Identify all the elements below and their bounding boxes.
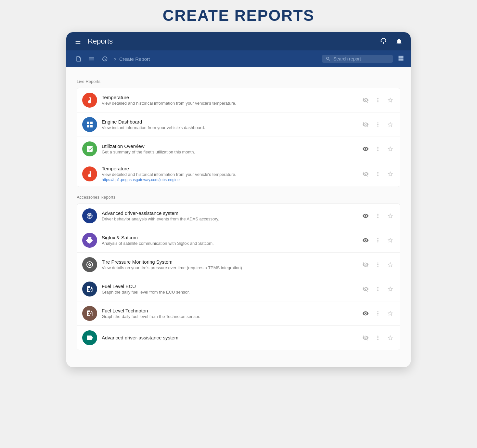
report-item: Fuel Level Technoton Graph the daily fue… [77,301,400,326]
visibility-toggle[interactable] [361,284,370,294]
report-info: Engine Dashboard View instant informatio… [102,119,356,130]
list-view-button[interactable] [86,54,97,64]
content-area: Live Reports Temperature View detailed a… [66,67,411,367]
app-container: ☰ Reports [66,32,411,367]
star-button[interactable] [386,120,395,129]
report-info: Tire Pressure Monitoring System View det… [102,259,356,270]
visibility-toggle[interactable] [361,211,370,220]
toolbar: > Create Report [66,50,411,67]
report-icon [82,233,97,248]
star-button[interactable] [386,169,395,178]
accessories-reports-label: Accessories Reports [77,195,400,200]
nav-title: Reports [88,37,378,46]
report-item: Advanced driver-assistance system Driver… [77,204,400,228]
star-button[interactable] [386,309,395,318]
report-item: Temperature View detailed and historical… [77,88,400,112]
breadcrumb-current: Create Report [119,56,150,62]
report-actions [361,144,395,153]
report-desc: Analysis of satellite communication with… [102,241,356,246]
more-options-button[interactable] [373,236,382,245]
report-info: Temperature View detailed and historical… [102,166,356,182]
visibility-toggle[interactable] [361,96,370,105]
report-icon [82,282,97,296]
report-item: Engine Dashboard View instant informatio… [77,112,400,137]
visibility-toggle[interactable] [361,120,370,129]
report-desc: View details on your tire's pressure ove… [102,265,356,270]
report-item: Temperature View detailed and historical… [77,161,400,187]
headset-button[interactable] [378,36,389,46]
report-desc: Driver behavior analysis with events fro… [102,217,356,221]
headset-icon [380,38,387,45]
grid-view-button[interactable] [398,55,404,63]
report-name: Utilization Overview [102,143,356,149]
history-icon [101,56,108,62]
hamburger-button[interactable]: ☰ [73,36,83,46]
search-input[interactable] [333,56,385,61]
report-icon [82,166,97,181]
breadcrumb-prefix: > [114,56,117,62]
report-info: Advanced driver-assistance system [102,335,356,341]
report-name: Tire Pressure Monitoring System [102,259,356,265]
report-name: Engine Dashboard [102,119,356,125]
report-actions [361,333,395,342]
more-options-button[interactable] [373,144,382,153]
report-desc: Graph the daily fuel level from the ECU … [102,290,356,295]
report-link: https://qa1.pegasusgateway.com/jobs-engi… [102,178,356,182]
report-name: Fuel Level Technoton [102,308,356,313]
grid-icon [398,55,404,61]
report-actions [361,120,395,129]
report-item: Sigfox & Satcom Analysis of satellite co… [77,228,400,253]
visibility-toggle[interactable] [361,333,370,342]
more-options-button[interactable] [373,284,382,294]
report-actions [361,169,395,178]
history-button[interactable] [99,54,110,64]
report-name: Sigfox & Satcom [102,235,356,240]
report-item: Advanced driver-assistance system [77,326,400,350]
star-button[interactable] [386,96,395,105]
more-options-button[interactable] [373,309,382,318]
report-actions [361,236,395,245]
report-name: Fuel Level ECU [102,283,356,289]
visibility-toggle[interactable] [361,144,370,153]
more-options-button[interactable] [373,120,382,129]
more-options-button[interactable] [373,211,382,220]
report-icon [82,141,97,156]
search-icon [326,56,331,61]
report-name: Advanced driver-assistance system [102,335,356,340]
visibility-toggle[interactable] [361,309,370,318]
more-options-button[interactable] [373,169,382,178]
bell-icon [395,38,403,45]
report-item: Tire Pressure Monitoring System View det… [77,253,400,277]
report-desc: View instant information from your vehic… [102,125,356,130]
star-button[interactable] [386,333,395,342]
report-actions [361,284,395,294]
report-icon [82,117,97,132]
visibility-toggle[interactable] [361,169,370,178]
report-desc: Graph the daily fuel level from the Tech… [102,314,356,319]
report-icon [82,93,97,108]
page-wrapper: CREATE REPORTS ☰ Reports [60,7,417,367]
report-name: Temperature [102,166,356,171]
more-options-button[interactable] [373,260,382,269]
star-button[interactable] [386,260,395,269]
report-desc: View detailed and historical information… [102,101,356,106]
report-info: Fuel Level Technoton Graph the daily fue… [102,308,356,319]
star-button[interactable] [386,236,395,245]
visibility-toggle[interactable] [361,260,370,269]
report-icon [82,330,97,345]
report-actions [361,309,395,318]
notification-button[interactable] [394,36,404,46]
visibility-toggle[interactable] [361,236,370,245]
new-report-button[interactable] [73,54,84,64]
report-icon [82,306,97,321]
live-reports-label: Live Reports [77,79,400,84]
report-desc: View detailed and historical information… [102,172,356,177]
more-options-button[interactable] [373,333,382,342]
nav-icons [378,36,404,46]
star-button[interactable] [386,211,395,220]
report-desc: Get a summary of the fleet's utilization… [102,150,356,154]
star-button[interactable] [386,284,395,294]
search-container [322,55,393,63]
more-options-button[interactable] [373,96,382,105]
star-button[interactable] [386,144,395,153]
